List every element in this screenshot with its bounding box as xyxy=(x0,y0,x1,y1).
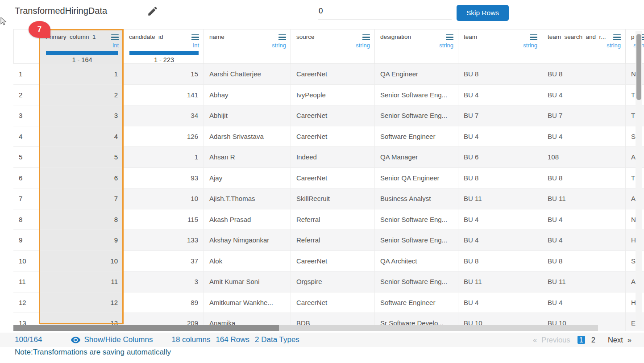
column-menu-icon[interactable] xyxy=(111,34,119,42)
table-cell[interactable]: Senior Software Eng... xyxy=(375,105,458,126)
table-cell[interactable]: 108 xyxy=(542,147,626,167)
horizontal-scrollbar-thumb[interactable] xyxy=(13,325,279,331)
table-cell[interactable]: 2 xyxy=(40,85,124,105)
table-cell[interactable]: 7 xyxy=(40,188,124,209)
table-cell[interactable]: 11 xyxy=(40,271,124,292)
table-cell[interactable]: BU 4 xyxy=(542,126,626,147)
table-cell[interactable]: 34 xyxy=(124,105,204,126)
column-header-designation[interactable]: designationstring xyxy=(375,29,458,64)
table-cell[interactable]: Ajay xyxy=(204,168,291,188)
table-cell[interactable]: 12 xyxy=(40,292,124,313)
eye-icon[interactable] xyxy=(71,335,81,345)
table-cell[interactable]: 126 xyxy=(124,126,204,147)
table-cell[interactable]: CareerNet xyxy=(291,126,375,147)
table-cell[interactable]: Aarshi Chatterjee xyxy=(204,64,291,84)
vertical-scrollbar-thumb[interactable] xyxy=(636,34,641,100)
table-cell[interactable]: Software Engineer xyxy=(375,126,458,147)
table-cell[interactable]: CareerNet xyxy=(291,105,375,126)
table-cell[interactable]: BU 6 xyxy=(458,147,542,167)
column-menu-icon[interactable] xyxy=(446,34,453,42)
edit-pencil-icon[interactable] xyxy=(147,5,158,19)
page-button-2[interactable]: 2 xyxy=(590,336,597,344)
table-cell[interactable]: Software Engineer xyxy=(375,292,458,313)
table-cell[interactable]: BU 4 xyxy=(458,209,542,230)
table-cell[interactable]: 15 xyxy=(124,64,204,84)
table-cell[interactable]: BU 4 xyxy=(458,126,542,147)
page-button-1[interactable]: 1 xyxy=(578,336,585,344)
vertical-scrollbar[interactable] xyxy=(636,31,642,329)
table-cell[interactable]: Senior Software Eng... xyxy=(375,230,458,250)
table-cell[interactable]: 5 xyxy=(40,147,124,167)
table-cell[interactable]: BU 4 xyxy=(542,292,626,313)
table-cell[interactable]: 89 xyxy=(124,292,204,313)
previous-page-arrow[interactable]: « xyxy=(533,336,537,344)
previous-page-button[interactable]: Previous xyxy=(541,336,570,344)
table-cell[interactable]: 10 xyxy=(40,251,124,271)
table-cell[interactable]: Senior QA Engineer xyxy=(375,168,458,188)
table-cell[interactable]: 1 xyxy=(124,147,204,167)
table-cell[interactable]: CareerNet xyxy=(291,251,375,271)
horizontal-scrollbar[interactable] xyxy=(13,325,598,331)
table-cell[interactable]: BU 4 xyxy=(458,230,542,250)
table-cell[interactable]: 37 xyxy=(124,251,204,271)
table-cell[interactable]: BU 8 xyxy=(458,251,542,271)
table-cell[interactable]: BU 11 xyxy=(542,271,626,292)
column-header-team_search_and_r...[interactable]: team_search_and_r...string xyxy=(542,29,626,64)
table-cell[interactable]: BU 4 xyxy=(458,292,542,313)
table-cell[interactable]: Amit Kumar Soni xyxy=(204,271,291,292)
table-cell[interactable]: Akash Prasad xyxy=(204,209,291,230)
table-cell[interactable]: Senior Software Eng... xyxy=(375,209,458,230)
column-menu-icon[interactable] xyxy=(362,34,370,42)
table-cell[interactable]: QA Engineer xyxy=(375,64,458,84)
table-cell[interactable]: Indeed xyxy=(291,147,375,167)
column-header-source[interactable]: sourcestring xyxy=(291,29,375,64)
table-cell[interactable]: BU 4 xyxy=(542,85,626,105)
table-cell[interactable]: 93 xyxy=(124,168,204,188)
table-cell[interactable]: 6 xyxy=(40,168,124,188)
column-menu-icon[interactable] xyxy=(278,34,286,42)
table-cell[interactable]: BU 4 xyxy=(542,209,626,230)
table-cell[interactable]: 141 xyxy=(124,85,204,105)
table-cell[interactable]: Referral xyxy=(291,209,375,230)
table-cell[interactable]: 3 xyxy=(124,271,204,292)
next-page-arrow[interactable]: » xyxy=(627,336,632,344)
table-cell[interactable]: 4 xyxy=(40,126,124,147)
table-cell[interactable]: IvyPeople xyxy=(291,85,375,105)
table-cell[interactable]: QA Architect xyxy=(375,251,458,271)
table-cell[interactable]: Alok xyxy=(204,251,291,271)
column-header-team[interactable]: teamstring xyxy=(458,29,542,64)
table-cell[interactable]: 8 xyxy=(40,209,124,230)
table-cell[interactable]: 10 xyxy=(124,188,204,209)
table-cell[interactable]: BU 8 xyxy=(458,64,542,84)
table-cell[interactable]: CareerNet xyxy=(291,64,375,84)
table-cell[interactable]: BU 4 xyxy=(542,230,626,250)
table-cell[interactable]: 3 xyxy=(40,105,124,126)
next-page-button[interactable]: Next xyxy=(608,336,623,344)
skip-rows-input[interactable]: 0 xyxy=(319,7,323,16)
table-cell[interactable]: Senior Software Eng... xyxy=(375,271,458,292)
table-cell[interactable]: BU 8 xyxy=(458,168,542,188)
table-cell[interactable]: 9 xyxy=(40,230,124,250)
table-cell[interactable]: Akshay Nimgaonkar xyxy=(204,230,291,250)
table-cell[interactable]: BU 11 xyxy=(542,188,626,209)
table-cell[interactable]: CareerNet xyxy=(291,168,375,188)
table-cell[interactable]: BU 8 xyxy=(542,251,626,271)
table-cell[interactable]: BU 8 xyxy=(542,168,626,188)
table-cell[interactable]: BU 8 xyxy=(542,64,626,84)
table-cell[interactable]: Ahsan R xyxy=(204,147,291,167)
table-cell[interactable]: 115 xyxy=(124,209,204,230)
table-cell[interactable]: Amitkumar Wankhe... xyxy=(204,292,291,313)
column-header-name[interactable]: namestring xyxy=(204,29,291,64)
column-menu-icon[interactable] xyxy=(530,34,537,42)
table-cell[interactable]: Adarsh Srivastava xyxy=(204,126,291,147)
column-menu-icon[interactable] xyxy=(191,34,199,42)
table-cell[interactable]: CareerNet xyxy=(291,292,375,313)
table-cell[interactable]: BU 11 xyxy=(458,271,542,292)
table-cell[interactable]: QA Manager xyxy=(375,147,458,167)
table-cell[interactable]: Abhijit xyxy=(204,105,291,126)
table-cell[interactable]: BU 7 xyxy=(542,105,626,126)
skip-rows-button[interactable]: Skip Rows xyxy=(457,5,509,21)
show-hide-columns-link[interactable]: Show/Hide Columns xyxy=(84,335,153,344)
table-cell[interactable]: Referral xyxy=(291,230,375,250)
column-menu-icon[interactable] xyxy=(613,34,621,42)
